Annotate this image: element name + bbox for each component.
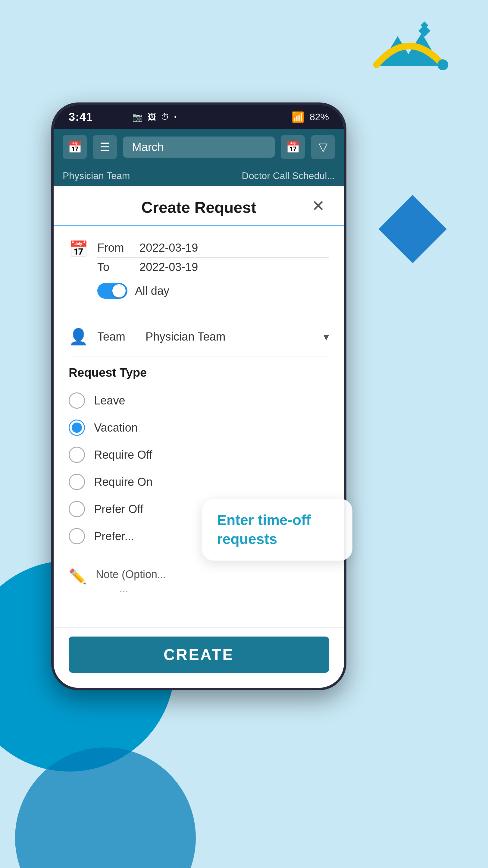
pencil-icon: ✏️ xyxy=(69,568,87,585)
filter-button[interactable]: ▽ xyxy=(311,135,335,159)
app-header: 📅 ☰ March 📅 ▽ xyxy=(54,129,344,165)
app-logo xyxy=(361,18,452,80)
radio-label-leave: Leave xyxy=(94,394,125,407)
dropdown-arrow-icon[interactable]: ▾ xyxy=(324,331,329,343)
create-request-modal: Create Request ✕ 📅 From 2022-03-19 xyxy=(54,186,344,688)
radio-outer-prefer-off xyxy=(69,501,85,517)
from-value: 2022-03-19 xyxy=(139,241,198,254)
radio-label-prefer-on: Prefer... xyxy=(94,530,134,543)
date-icon: 📅 xyxy=(286,141,300,154)
team-label: Team xyxy=(97,330,136,343)
status-bar: 3:41 📷 🖼 ⏱ • 📶 82% xyxy=(54,105,344,129)
svg-point-2 xyxy=(437,59,448,70)
app-tabs: Physician Team Doctor Call Schedul... xyxy=(54,165,344,186)
radio-outer-require-on xyxy=(69,474,85,490)
tooltip-text: Enter time-off requests xyxy=(217,512,311,547)
request-type-title: Request Type xyxy=(69,366,329,379)
status-icons: 📶 82% xyxy=(292,111,329,123)
radio-label-require-on: Require On xyxy=(94,475,153,489)
date-fields: From 2022-03-19 To 2022-03-19 xyxy=(97,239,329,305)
allday-toggle[interactable] xyxy=(97,283,127,299)
team-icon: 👤 xyxy=(69,328,88,346)
radio-leave[interactable]: Leave xyxy=(69,387,329,414)
calendar-view-button[interactable]: 📅 xyxy=(63,135,87,159)
create-button[interactable]: CREATE xyxy=(69,637,329,673)
radio-vacation[interactable]: Vacation xyxy=(69,414,329,441)
allday-row: All day xyxy=(97,277,329,305)
note-section: ✏️ Note (Option... ... xyxy=(69,559,329,604)
modal-title: Create Request xyxy=(141,198,256,216)
radio-outer-vacation xyxy=(69,420,85,436)
wifi-icon: 📶 xyxy=(292,111,304,123)
team-section: 👤 Team Physician Team ▾ xyxy=(69,317,329,357)
phone-device: 3:41 📷 🖼 ⏱ • 📶 82% 📅 ☰ xyxy=(51,102,347,690)
status-time: 3:41 xyxy=(69,111,93,124)
radio-label-prefer-off: Prefer Off xyxy=(94,503,143,516)
radio-outer-prefer-on xyxy=(69,528,85,544)
to-date-row[interactable]: To 2022-03-19 xyxy=(97,258,329,277)
battery-icon: 82% xyxy=(310,112,329,123)
calendar-icon: 📅 xyxy=(68,141,82,154)
menu-icon: ☰ xyxy=(100,141,110,154)
toggle-knob xyxy=(112,284,126,298)
diamond-shape xyxy=(379,195,447,263)
filter-icon: ▽ xyxy=(319,141,327,154)
note-label[interactable]: Note (Option... xyxy=(96,568,166,581)
month-label: March xyxy=(132,141,164,154)
radio-label-require-off: Require Off xyxy=(94,448,153,461)
tab-physician-team[interactable]: Physician Team xyxy=(63,170,130,181)
modal-body: 📅 From 2022-03-19 To 2022-03-19 xyxy=(54,226,344,627)
to-label: To xyxy=(97,261,133,274)
radio-require-off[interactable]: Require Off xyxy=(69,441,329,468)
from-label: From xyxy=(97,241,133,254)
note-dots: ... xyxy=(96,582,166,595)
radio-require-on[interactable]: Require On xyxy=(69,468,329,495)
menu-button[interactable]: ☰ xyxy=(93,135,117,159)
modal-header: Create Request ✕ xyxy=(54,186,344,226)
to-value: 2022-03-19 xyxy=(139,261,198,274)
date-section-icon: 📅 xyxy=(69,240,88,258)
allday-label: All day xyxy=(135,284,169,298)
close-button[interactable]: ✕ xyxy=(308,195,329,216)
month-selector[interactable]: March xyxy=(123,136,275,158)
date-section: 📅 From 2022-03-19 To 2022-03-19 xyxy=(69,226,329,317)
date-picker-button[interactable]: 📅 xyxy=(281,135,305,159)
team-value[interactable]: Physician Team xyxy=(145,330,315,343)
tooltip-bubble: Enter time-off requests xyxy=(202,499,352,561)
close-icon: ✕ xyxy=(312,197,325,215)
modal-footer: CREATE xyxy=(54,627,344,688)
tab-doctor-call[interactable]: Doctor Call Schedul... xyxy=(242,170,335,181)
radio-outer-require-off xyxy=(69,447,85,463)
radio-label-vacation: Vacation xyxy=(94,421,138,434)
radio-inner-vacation xyxy=(72,423,82,433)
status-notch xyxy=(216,110,252,124)
radio-outer-leave xyxy=(69,393,85,409)
from-date-row[interactable]: From 2022-03-19 xyxy=(97,239,329,258)
